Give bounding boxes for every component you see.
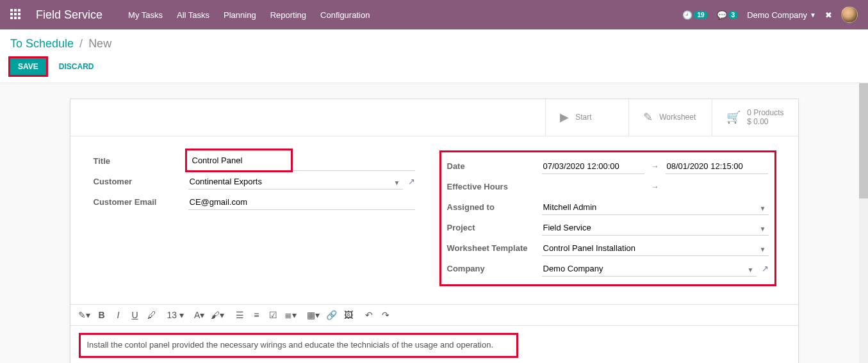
external-link-icon[interactable]: ↗: [408, 177, 415, 186]
products-amount: $ 0.00: [747, 117, 783, 126]
form-body: Title Customer ▼ ↗: [70, 136, 798, 293]
activities-button[interactable]: 🕘 19: [682, 10, 707, 20]
customer-email-input[interactable]: [188, 195, 415, 210]
date-from-input[interactable]: [542, 159, 644, 174]
chevron-down-icon: ▼: [810, 12, 816, 19]
company-input[interactable]: [542, 261, 757, 277]
app-brand[interactable]: Field Service: [36, 8, 102, 22]
worksheet-label: Worksheet: [659, 113, 696, 122]
bg-color-button[interactable]: 🖌▾: [211, 310, 224, 320]
sheet-background: ▶ Start ✎ Worksheet 🛒 0 Products $ 0.00 …: [0, 83, 868, 363]
arrow-right-icon: →: [651, 182, 659, 191]
editor-toolbar: ✎▾ B I U 🖊 13 ▾ A▾ 🖌▾ ☰ ≡ ☑ ≣▾ ▦▾ 🔗: [70, 304, 798, 326]
external-link-icon[interactable]: ↗: [762, 264, 769, 273]
nav-planning[interactable]: Planning: [224, 10, 256, 20]
title-input[interactable]: [191, 153, 287, 168]
save-button[interactable]: SAVE: [10, 58, 46, 75]
messages-button[interactable]: 💬 3: [717, 10, 739, 20]
checklist-button[interactable]: ☑: [268, 310, 278, 320]
products-count: 0 Products: [747, 108, 783, 117]
cart-icon: 🛒: [726, 110, 741, 124]
company-switcher[interactable]: Demo Company ▼: [747, 10, 816, 20]
redo-button[interactable]: ↷: [381, 310, 391, 320]
project-label: Project: [447, 223, 542, 232]
play-icon: ▶: [560, 110, 569, 124]
pencil-icon: ✎: [643, 110, 653, 124]
nav-menu: My Tasks All Tasks Planning Reporting Co…: [128, 10, 682, 20]
nav-my-tasks[interactable]: My Tasks: [128, 10, 163, 20]
clock-icon: 🕘: [682, 10, 692, 20]
assigned-input[interactable]: [542, 200, 769, 215]
scrollbar-track[interactable]: [859, 83, 868, 363]
font-size-dropdown[interactable]: 13 ▾: [167, 310, 184, 320]
left-column: Title Customer ▼ ↗: [94, 152, 415, 285]
form-sheet: ▶ Start ✎ Worksheet 🛒 0 Products $ 0.00 …: [70, 99, 799, 363]
breadcrumb: To Schedule / New: [10, 37, 858, 51]
editor-area[interactable]: Install the contol panel provided the ne…: [70, 326, 798, 363]
align-button[interactable]: ≣▾: [284, 310, 297, 320]
editor-content: Install the contol panel provided the ne…: [87, 340, 494, 350]
italic-button[interactable]: I: [113, 310, 124, 320]
apps-icon[interactable]: [10, 9, 22, 20]
control-panel: To Schedule / New SAVE DISCARD: [0, 29, 868, 77]
arrow-right-icon: →: [651, 161, 659, 171]
customer-email-label: Customer Email: [94, 197, 188, 207]
highlight-button[interactable]: 🖊: [147, 310, 157, 320]
assigned-label: Assigned to: [447, 202, 542, 212]
main-navbar: Field Service My Tasks All Tasks Plannin…: [0, 0, 868, 29]
customer-label: Customer: [94, 177, 188, 186]
stat-buttons: ▶ Start ✎ Worksheet 🛒 0 Products $ 0.00: [70, 99, 798, 136]
style-dropdown[interactable]: ✎▾: [78, 310, 90, 320]
breadcrumb-separator: /: [79, 37, 83, 50]
unordered-list-button[interactable]: ☰: [234, 310, 245, 320]
nav-right: 🕘 19 💬 3 Demo Company ▼ ✖: [682, 6, 858, 23]
messages-badge: 3: [728, 11, 739, 19]
link-button[interactable]: 🔗: [326, 310, 337, 320]
table-button[interactable]: ▦▾: [307, 310, 320, 320]
customer-input[interactable]: [188, 174, 403, 190]
breadcrumb-current: New: [88, 37, 111, 50]
nav-reporting[interactable]: Reporting: [270, 10, 306, 20]
chat-icon: 💬: [717, 10, 727, 20]
image-button[interactable]: 🖼: [343, 310, 354, 320]
start-label: Start: [575, 113, 591, 122]
start-button[interactable]: ▶ Start: [545, 99, 628, 136]
action-buttons: SAVE DISCARD: [10, 58, 858, 75]
company-name: Demo Company: [747, 10, 807, 20]
ordered-list-button[interactable]: ≡: [251, 310, 261, 320]
breadcrumb-parent[interactable]: To Schedule: [10, 37, 74, 50]
company-label: Company: [447, 264, 542, 273]
worksheet-template-label: Worksheet Template: [447, 243, 542, 253]
nav-all-tasks[interactable]: All Tasks: [177, 10, 209, 20]
project-input[interactable]: [542, 220, 769, 236]
worksheet-template-input[interactable]: [542, 241, 769, 256]
effective-hours-label: Effective Hours: [447, 182, 542, 191]
date-label: Date: [447, 161, 542, 171]
font-color-button[interactable]: A▾: [194, 310, 204, 320]
right-column: Date → Effective Hours → Assigned to: [441, 152, 775, 285]
debug-icon[interactable]: ✖: [825, 10, 832, 20]
underline-button[interactable]: U: [130, 310, 140, 320]
date-to-input[interactable]: [666, 159, 768, 174]
products-button[interactable]: 🛒 0 Products $ 0.00: [712, 99, 798, 136]
user-avatar[interactable]: [841, 6, 858, 23]
bold-button[interactable]: B: [97, 310, 107, 320]
worksheet-button[interactable]: ✎ Worksheet: [628, 99, 712, 136]
activities-badge: 19: [694, 11, 707, 19]
undo-button[interactable]: ↶: [364, 310, 374, 320]
discard-button[interactable]: DISCARD: [53, 58, 101, 75]
scrollbar-thumb[interactable]: [859, 83, 868, 198]
title-label: Title: [94, 156, 188, 166]
nav-configuration[interactable]: Configuration: [320, 10, 370, 20]
